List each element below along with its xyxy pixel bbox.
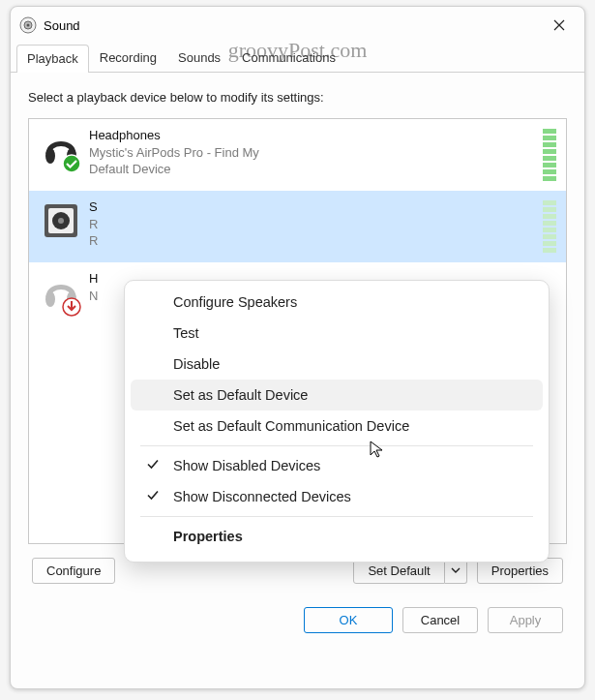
tab-playback[interactable]: Playback <box>16 45 89 73</box>
device-status: R <box>89 232 543 250</box>
menu-disable[interactable]: Disable <box>131 349 543 380</box>
device-subtitle: R <box>89 216 543 233</box>
tabstrip: Playback Recording Sounds Communications <box>11 44 584 73</box>
menu-set-default-device[interactable]: Set as Default Device <box>131 380 543 411</box>
svg-point-2 <box>27 24 30 27</box>
menu-show-disabled[interactable]: Show Disabled Devices <box>131 450 543 481</box>
svg-point-5 <box>63 155 80 172</box>
close-button[interactable] <box>538 11 580 40</box>
level-meter <box>543 198 556 253</box>
apply-button[interactable]: Apply <box>488 607 563 633</box>
check-badge-icon <box>62 154 81 173</box>
headphones-icon <box>39 127 83 171</box>
svg-point-10 <box>45 291 55 307</box>
level-meter <box>543 127 556 181</box>
menu-set-default-communication[interactable]: Set as Default Communication Device <box>131 411 543 441</box>
tab-sounds[interactable]: Sounds <box>167 44 231 72</box>
svg-point-9 <box>58 218 64 224</box>
device-row[interactable]: S R R <box>29 191 566 262</box>
menu-separator <box>140 445 533 446</box>
cancel-button[interactable]: Cancel <box>402 607 478 633</box>
menu-test[interactable]: Test <box>131 318 543 349</box>
check-icon <box>146 458 160 474</box>
svg-point-3 <box>45 148 55 164</box>
headphones-icon <box>39 270 83 315</box>
device-status: Default Device <box>89 161 543 178</box>
speaker-icon <box>39 198 83 243</box>
close-icon <box>553 19 565 31</box>
ok-button[interactable]: OK <box>304 607 393 633</box>
device-subtitle: Mystic's AirPods Pro - Find My <box>89 144 543 162</box>
window-title: Sound <box>42 18 80 33</box>
tab-recording[interactable]: Recording <box>89 44 167 72</box>
check-icon <box>146 489 160 505</box>
device-list[interactable]: Headphones Mystic's AirPods Pro - Find M… <box>28 118 567 544</box>
instructions-text: Select a playback device below to modify… <box>28 90 567 105</box>
device-name: S <box>89 198 543 216</box>
device-name: Headphones <box>89 127 543 144</box>
menu-configure-speakers[interactable]: Configure Speakers <box>131 287 543 318</box>
sound-dialog: Sound groovyPost.com Playback Recording … <box>10 6 585 689</box>
sound-icon <box>15 16 42 34</box>
titlebar: Sound <box>11 7 584 44</box>
menu-properties[interactable]: Properties <box>131 521 543 552</box>
menu-show-disconnected[interactable]: Show Disconnected Devices <box>131 481 543 512</box>
menu-separator <box>140 516 533 517</box>
tab-communications[interactable]: Communications <box>231 44 346 72</box>
context-menu: Configure Speakers Test Disable Set as D… <box>124 280 550 563</box>
disconnected-badge-icon <box>62 297 81 317</box>
device-row[interactable]: Headphones Mystic's AirPods Pro - Find M… <box>29 119 566 191</box>
chevron-down-icon <box>451 565 461 575</box>
configure-button[interactable]: Configure <box>32 558 115 584</box>
